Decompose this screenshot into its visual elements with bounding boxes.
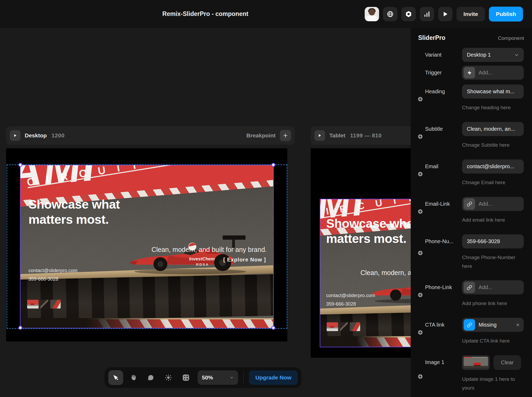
tablet-frame-label[interactable]: Tablet: [329, 132, 345, 139]
variant-label: Variant: [425, 48, 442, 62]
add-breakpoint-button[interactable]: [280, 130, 291, 141]
plus-circle-icon[interactable]: [418, 374, 423, 379]
site-globe-button[interactable]: [383, 7, 397, 21]
link-icon: [464, 282, 475, 293]
clear-cta-link-button[interactable]: ×: [516, 322, 519, 328]
variant-dropdown[interactable]: Desktop 1: [462, 48, 524, 62]
hexagon-nut-icon: [405, 11, 412, 18]
component-type-badge: Component: [498, 35, 524, 41]
cta-link-label: CTA link: [425, 318, 444, 332]
plus-circle-icon[interactable]: [418, 292, 423, 298]
comment-tool-button[interactable]: [143, 370, 158, 385]
desktop-frame-size: 1200: [52, 132, 65, 139]
sidebar-row-email: Email contact@sliderpro... Chnage Email …: [411, 159, 532, 189]
email-input[interactable]: contact@sliderpro...: [462, 159, 524, 174]
avatar-shoulders: [366, 16, 378, 21]
plugins-button[interactable]: [401, 7, 416, 21]
tablet-play-button[interactable]: [314, 130, 325, 141]
chevron-down-icon: [230, 375, 234, 380]
desktop-frame-label[interactable]: Desktop: [25, 132, 47, 139]
sidebar-row-heading: Heading Showcase what m... Change headin…: [411, 85, 532, 114]
plus-circle-icon[interactable]: [418, 96, 423, 102]
zoom-value: 50%: [202, 374, 213, 381]
image-1-preview: [464, 357, 488, 368]
canvas-toolbar: 50% Upgrade Now: [105, 367, 301, 388]
widgets-icon: [182, 374, 190, 382]
preview-button[interactable]: [438, 7, 452, 21]
topbar-actions: Invite Publish: [365, 0, 523, 28]
phone-number-label: Phone-Nu...: [425, 234, 454, 248]
hero-phone: 359-666-3028: [28, 276, 58, 282]
svg-text:RDSA: RDSA: [196, 263, 209, 267]
subtitle-input[interactable]: Clean, modern, an...: [462, 122, 524, 136]
hero-scene: AMI C I R C U I T: [20, 165, 273, 328]
image-1-label: Image 1: [425, 355, 444, 369]
breakpoint-label: Breakpoint: [246, 132, 276, 139]
avatar-head: [369, 9, 375, 15]
sidebar-row-image-1: Image 1 Clear Update image 1 here to you…: [411, 355, 532, 397]
thumbnail-3[interactable]: [50, 300, 61, 309]
thumbnail-3[interactable]: [350, 322, 360, 331]
desktop-frame[interactable]: AMI C I R C U I T: [6, 148, 287, 341]
publish-button[interactable]: Publish: [489, 7, 523, 22]
hero-email: contact@sliderpro.com: [326, 293, 375, 298]
link-icon: [464, 198, 475, 210]
image-1-thumbnail[interactable]: [462, 355, 490, 370]
theme-toggle-button[interactable]: [161, 370, 176, 385]
email-link-add-field[interactable]: Add...: [462, 197, 524, 211]
heading-input[interactable]: Showcase what m...: [462, 85, 524, 99]
clear-image-button[interactable]: Clear: [493, 355, 521, 370]
hand-icon: [130, 374, 137, 381]
phone-link-helper-text: Add phone link here: [462, 299, 525, 308]
sidebar-row-email-link: Email-Link Add... Add email link here: [411, 197, 532, 226]
blurred-barrier: [20, 274, 273, 321]
invite-button[interactable]: Invite: [456, 7, 485, 21]
hero-heading: Showcase what matters most.: [326, 216, 418, 246]
component-name: SliderPro: [418, 34, 445, 41]
resize-handle-bottom-right[interactable]: [271, 326, 275, 330]
resize-handle-top-right[interactable]: [271, 163, 275, 167]
sidebar-row-cta-link: CTA link Missing × Update CTA link here: [411, 318, 532, 347]
analytics-button[interactable]: [420, 7, 434, 21]
lightning-icon: [464, 67, 475, 78]
thumbnail-1[interactable]: [27, 300, 39, 309]
plus-circle-icon[interactable]: [418, 250, 423, 256]
plus-circle-icon[interactable]: [418, 209, 423, 214]
plus-circle-icon[interactable]: [418, 330, 423, 335]
pan-tool-button[interactable]: [126, 370, 141, 385]
phone-link-add-field[interactable]: Add...: [462, 280, 524, 294]
heading-helper-text: Change heading here: [462, 103, 525, 112]
sun-icon: [165, 374, 172, 381]
trigger-label: Trigger: [425, 66, 442, 80]
phone-number-input[interactable]: 359-666-3028: [462, 234, 524, 248]
resize-handle-top-left[interactable]: [18, 163, 22, 167]
plus-circle-icon[interactable]: [418, 171, 423, 177]
thumbnail-2[interactable]: [40, 300, 48, 309]
subtitle-label: Subtitle: [425, 122, 443, 136]
user-avatar[interactable]: [365, 7, 379, 21]
properties-panel: SliderPro Component Variant Desktop 1 Tr…: [411, 28, 532, 397]
desktop-play-button[interactable]: [10, 130, 20, 141]
sidebar-row-phone-number: Phone-Nu... 359-666-3028 Chnage Phone-Nu…: [411, 234, 532, 272]
trigger-add-field[interactable]: Add...: [462, 66, 524, 80]
plus-circle-icon[interactable]: [418, 134, 423, 139]
chevron-down-icon: [514, 53, 519, 57]
select-tool-button[interactable]: [108, 370, 123, 385]
hero-phone: 359-666-3028: [326, 301, 356, 307]
upgrade-now-button[interactable]: Upgrade Now: [249, 370, 298, 385]
cta-link-field[interactable]: Missing ×: [462, 318, 524, 332]
sidebar-row-subtitle: Subtitle Clean, modern, an... Chnage Sub…: [411, 122, 532, 151]
slide-thumbnails: [327, 322, 360, 331]
zoom-level-dropdown[interactable]: 50%: [198, 370, 238, 385]
explore-now-cta[interactable]: [ Explore Now ]: [223, 257, 266, 263]
tablet-frame-size: 1199 — 810: [350, 132, 381, 139]
slider-component-desktop[interactable]: AMI C I R C U I T: [20, 165, 274, 328]
insert-panel-button[interactable]: [178, 370, 193, 385]
top-bar: Remix-SliderPro - component: [0, 0, 532, 28]
thumbnail-2[interactable]: [340, 322, 348, 331]
hero-heading: Showcase what matters most.: [28, 197, 120, 227]
resize-handle-bottom-left[interactable]: [18, 326, 22, 330]
thumbnail-1[interactable]: [327, 322, 338, 331]
cta-link-value: Missing: [479, 322, 497, 328]
desktop-frame-header[interactable]: Desktop 1200 Breakpoint: [6, 126, 295, 145]
